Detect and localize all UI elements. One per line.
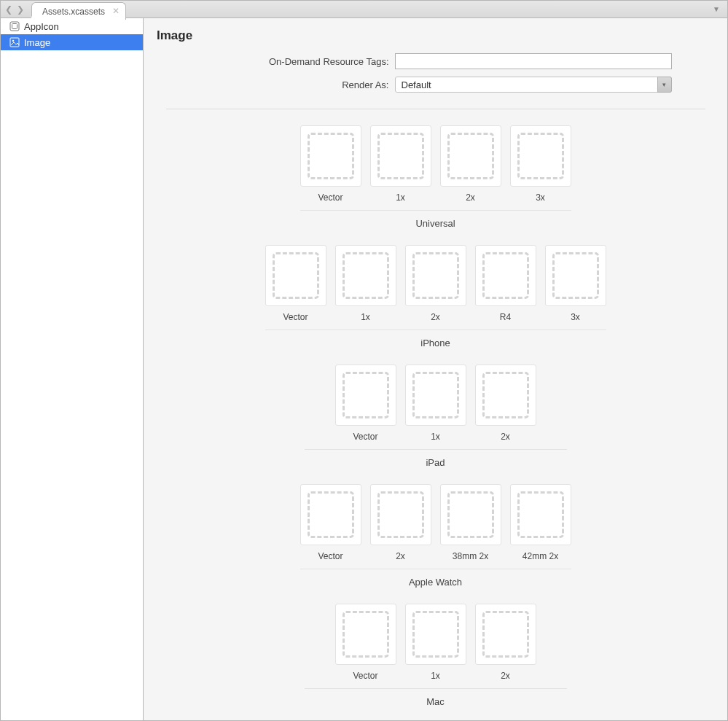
slot-row: Vector1x2xR43x: [265, 245, 606, 322]
slot-label: 3x: [571, 312, 580, 322]
image-slot: Vector: [265, 245, 326, 322]
image-well[interactable]: [440, 125, 501, 187]
chevron-down-icon: ▾: [657, 77, 672, 93]
slot-label: 2x: [466, 192, 475, 203]
group-name: iPhone: [420, 338, 450, 348]
image-slot: 2x: [370, 484, 431, 561]
group-name: iPad: [426, 457, 445, 468]
image-slot: Vector: [300, 484, 361, 561]
image-group: Vector1x2xR43xiPhone: [265, 245, 606, 348]
placeholder-icon: [552, 252, 599, 299]
image-well[interactable]: [300, 484, 361, 545]
image-slot: 1x: [405, 365, 466, 442]
slot-label: Vector: [353, 671, 377, 681]
page-title: Image: [157, 28, 719, 43]
asset-detail-pane: Image On-Demand Resource Tags: Render As…: [144, 18, 727, 720]
tags-input[interactable]: [395, 53, 672, 69]
image-well[interactable]: [265, 245, 326, 306]
group-name: Mac: [426, 696, 445, 707]
sidebar-item-appicon[interactable]: AppIcon: [1, 18, 143, 34]
image-slot: Vector: [300, 125, 361, 203]
slot-label: 1x: [431, 432, 440, 442]
nav-forward-button[interactable]: ❯: [17, 4, 24, 15]
slot-label: R4: [500, 312, 511, 322]
slot-row: Vector1x2x3x: [300, 125, 571, 203]
slot-label: 2x: [501, 432, 510, 442]
image-group: Vector2x38mm 2x42mm 2xApple Watch: [300, 484, 571, 588]
image-slot: R4: [475, 245, 536, 322]
image-slot: 38mm 2x: [440, 484, 501, 561]
image-slot: 1x: [405, 604, 466, 681]
placeholder-icon: [517, 133, 564, 179]
nav-arrows: ❮ ❯: [1, 1, 28, 17]
image-well[interactable]: [405, 604, 466, 665]
slot-row: Vector1x2x: [335, 604, 536, 681]
slot-label: 1x: [361, 312, 370, 322]
close-icon[interactable]: ✕: [112, 6, 120, 16]
image-slot: 2x: [475, 365, 536, 442]
placeholder-icon: [412, 372, 459, 418]
image-well[interactable]: [335, 245, 396, 306]
slot-label: Vector: [353, 432, 377, 442]
tags-label: On-Demand Resource Tags:: [200, 56, 389, 67]
placeholder-icon: [343, 372, 389, 418]
placeholder-icon: [343, 252, 389, 299]
slot-label: 1x: [396, 192, 405, 203]
group-divider: [265, 330, 606, 330]
slot-row: Vector1x2x: [335, 365, 536, 442]
image-slot: 3x: [510, 125, 571, 203]
slot-label: Vector: [283, 312, 308, 322]
image-slot: Vector: [335, 365, 396, 442]
image-well[interactable]: [475, 245, 536, 306]
render-select-value: Default: [395, 77, 672, 93]
image-group: Vector1x2xiPad: [305, 365, 567, 468]
slot-label: 2x: [501, 671, 510, 681]
slot-label: 42mm 2x: [522, 551, 558, 561]
image-well[interactable]: [335, 604, 396, 665]
slot-label: Vector: [318, 551, 343, 561]
placeholder-icon: [308, 491, 354, 538]
image-well[interactable]: [370, 484, 431, 545]
image-well[interactable]: [405, 245, 466, 306]
image-set-groups: Vector1x2x3xUniversalVector1x2xR43xiPhon…: [152, 109, 719, 707]
placeholder-icon: [308, 133, 354, 179]
image-well[interactable]: [510, 125, 571, 187]
sidebar-item-label: AppIcon: [24, 21, 59, 32]
body: AppIcon Image Image On-Demand Resource T…: [1, 18, 727, 720]
placeholder-icon: [412, 611, 459, 658]
image-well[interactable]: [440, 484, 501, 545]
tab-assets[interactable]: Assets.xcassets ✕: [31, 2, 126, 20]
placeholder-icon: [412, 252, 459, 299]
overflow-menu-button[interactable]: ▼: [710, 5, 723, 13]
placeholder-icon: [343, 611, 389, 658]
window: ❮ ❯ Assets.xcassets ✕ ▼ AppIcon Image: [0, 0, 728, 721]
tags-row: On-Demand Resource Tags:: [200, 53, 672, 69]
placeholder-icon: [273, 252, 319, 299]
sidebar-item-image[interactable]: Image: [1, 34, 143, 50]
render-select[interactable]: Default ▾: [395, 77, 672, 93]
svg-rect-2: [10, 38, 19, 47]
image-slot: 2x: [475, 604, 536, 681]
placeholder-icon: [377, 133, 424, 179]
image-well[interactable]: [335, 365, 396, 426]
tab-bar-right: ▼: [710, 1, 727, 17]
group-divider: [300, 569, 571, 569]
image-well[interactable]: [405, 365, 466, 426]
slot-label: 38mm 2x: [453, 551, 488, 561]
image-well[interactable]: [370, 125, 431, 187]
placeholder-icon: [482, 611, 529, 658]
image-well[interactable]: [510, 484, 571, 545]
tab-title: Assets.xcassets: [42, 7, 105, 17]
image-well[interactable]: [545, 245, 606, 306]
placeholder-icon: [517, 491, 564, 538]
image-slot: 1x: [335, 245, 396, 322]
placeholder-icon: [447, 133, 494, 179]
placeholder-icon: [447, 491, 494, 538]
image-well[interactable]: [475, 365, 536, 426]
image-group: Vector1x2x3xUniversal: [300, 125, 571, 229]
image-well[interactable]: [475, 604, 536, 665]
slot-row: Vector2x38mm 2x42mm 2x: [300, 484, 571, 561]
nav-back-button[interactable]: ❮: [5, 4, 12, 15]
image-group: Vector1x2xMac: [305, 604, 567, 707]
image-well[interactable]: [300, 125, 361, 187]
